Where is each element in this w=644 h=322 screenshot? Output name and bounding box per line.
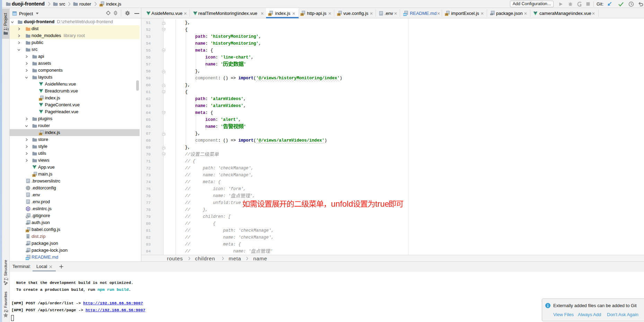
svg-text:JS: JS <box>445 13 448 16</box>
svg-text:JS: JS <box>39 98 42 100</box>
svg-text:JS: JS <box>26 230 29 232</box>
svg-text:JS: JS <box>301 13 304 16</box>
svg-text:JS: JS <box>100 4 103 6</box>
svg-text:JS: JS <box>268 13 272 16</box>
svg-text:JS: JS <box>33 174 36 177</box>
svg-text:MD: MD <box>404 13 407 16</box>
svg-text:JS: JS <box>337 13 341 16</box>
svg-text:MD: MD <box>26 257 29 260</box>
svg-text:JS: JS <box>39 133 42 135</box>
